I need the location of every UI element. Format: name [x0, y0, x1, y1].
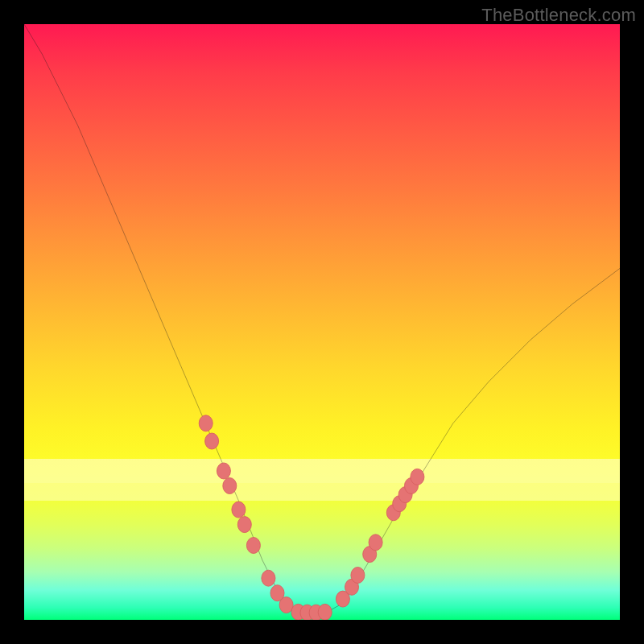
curve-marker — [232, 502, 246, 518]
curve-svg — [24, 24, 620, 620]
curve-marker — [411, 469, 424, 485]
curve-marker — [279, 597, 293, 613]
curve-marker — [246, 538, 260, 554]
chart-plot-area — [24, 24, 620, 620]
curve-marker — [318, 604, 332, 620]
chart-frame: TheBottleneck.com — [0, 0, 644, 644]
curve-marker — [217, 463, 230, 479]
curve-marker — [237, 517, 251, 533]
watermark-text: TheBottleneck.com — [481, 5, 636, 26]
curve-marker — [199, 415, 213, 431]
curve-marker — [369, 535, 382, 551]
curve-marker — [351, 568, 365, 584]
curve-marker — [223, 478, 237, 494]
curve-marker — [262, 570, 275, 586]
bottleneck-curve — [24, 24, 620, 613]
curve-marker — [205, 433, 219, 449]
curve-markers — [199, 415, 424, 620]
